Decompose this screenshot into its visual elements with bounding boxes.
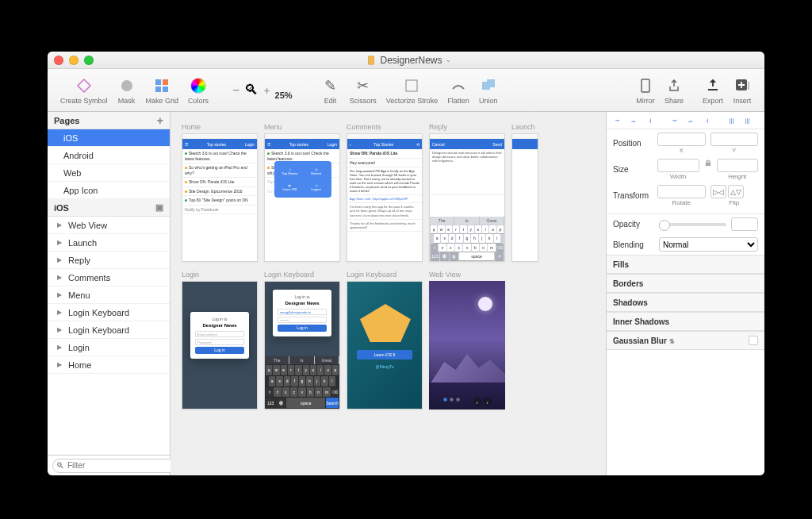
height-input[interactable] [717, 159, 759, 172]
gaussian-blur-section[interactable]: Gaussian Blur ⇅ [607, 331, 764, 350]
artboard-launch[interactable]: Launch [511, 123, 538, 266]
layer-item[interactable]: ▶Home [48, 356, 170, 374]
artboard-webview[interactable]: Web View ‹ › [429, 271, 505, 413]
titlebar[interactable]: DesignerNews ⌄ [48, 52, 764, 69]
layer-item[interactable]: ▶Login [48, 339, 170, 356]
colors-button[interactable]: Colors [183, 75, 213, 106]
page-item-web[interactable]: Web [48, 164, 170, 182]
layer-item[interactable]: ▶Reply [48, 252, 170, 269]
mask-icon [117, 76, 136, 95]
artboard-login[interactable]: Login Log in to Designer News Email addr… [182, 271, 258, 413]
mirror-button[interactable]: Mirror [631, 75, 660, 106]
layer-item[interactable]: ▶Login Keyboard [48, 321, 170, 339]
app-window: DesignerNews ⌄ Create Symbol Mask Make G… [48, 52, 764, 475]
zoom-level[interactable]: 25% [275, 90, 293, 100]
svg-rect-0 [369, 56, 374, 64]
page-indicator: ‹ › [429, 398, 505, 406]
chevron-right-icon: ▶ [57, 274, 65, 281]
svg-rect-3 [163, 79, 168, 85]
artboard-login-keyboard[interactable]: Login Keyboard Log in to Designer News m… [264, 271, 340, 413]
width-input[interactable] [657, 159, 699, 172]
zoom-control[interactable]: − 🔍︎ + [232, 82, 270, 98]
pages-header: Pages + [48, 112, 170, 129]
layer-item[interactable]: ▶Launch [48, 234, 170, 252]
gaussian-checkbox[interactable] [749, 336, 758, 345]
layer-item[interactable]: ▶Menu [48, 286, 170, 304]
align-bottom-icon[interactable]: ⫞ [700, 114, 713, 127]
zoom-in-icon[interactable]: + [263, 84, 270, 97]
window-title[interactable]: DesignerNews ⌄ [94, 55, 723, 66]
vectorize-icon [402, 76, 421, 95]
vectorize-button[interactable]: Vectorize Stroke [381, 75, 443, 106]
svg-rect-8 [487, 79, 495, 87]
minimize-window-icon[interactable] [69, 56, 79, 65]
chevron-right-icon: ▶ [57, 291, 65, 298]
opacity-input[interactable] [731, 217, 758, 231]
align-hcenter-icon[interactable]: ⫠ [627, 114, 640, 127]
rotate-input[interactable] [657, 185, 706, 198]
fills-section[interactable]: Fills [607, 255, 764, 274]
borders-section[interactable]: Borders [607, 274, 764, 293]
union-button[interactable]: Union [474, 75, 503, 106]
zoom-out-icon[interactable]: − [232, 83, 239, 98]
make-grid-button[interactable]: Make Grid [141, 75, 184, 106]
page-item-ios[interactable]: iOS [48, 129, 170, 147]
chevron-right-icon: ▶ [57, 326, 65, 333]
align-top-icon[interactable]: ⫟ [668, 114, 681, 127]
artboard-home[interactable]: Home ☰Top storiesLogin Sketch 3.6 is out… [182, 123, 258, 266]
distribute-v-icon[interactable]: ⫼ [741, 114, 754, 127]
layer-item[interactable]: ▶Web View [48, 217, 170, 234]
close-window-icon[interactable] [54, 56, 63, 65]
artboard-menu[interactable]: Menu ☰Top storiesLogin Sketch 3.6 is out… [264, 123, 340, 266]
chevron-right-icon: ▶ [57, 221, 65, 229]
blending-select[interactable]: Normal [659, 237, 758, 252]
filter-bar: 🔍︎ ⧉✎123 [48, 455, 170, 475]
edit-button[interactable]: ✎Edit [316, 75, 345, 106]
inner-shadows-section[interactable]: Inner Shadows [607, 312, 764, 331]
chevron-right-icon: ▶ [57, 239, 65, 246]
opacity-slider[interactable] [659, 223, 726, 226]
inspector-panel: ⫟ ⫠ ⫞ ⫟ ⫠ ⫞ ⫼ ⫼ Position X Y Size [606, 112, 764, 475]
share-button[interactable]: Share [660, 75, 688, 106]
page-item-appicon[interactable]: App Icon [48, 182, 170, 199]
artboard-comments[interactable]: Comments ‹Top Stories⟲ Show DN: Panda iO… [347, 123, 423, 266]
canvas[interactable]: Home ☰Top storiesLogin Sketch 3.6 is out… [170, 112, 606, 475]
page-item-android[interactable]: Android [48, 147, 170, 164]
distribute-h-icon[interactable]: ⫼ [726, 114, 738, 127]
align-right-icon[interactable]: ⫞ [643, 114, 656, 127]
artboard-login-keyboard-2[interactable]: Login Keyboard Learn iOS 9 @MengTo [347, 271, 423, 413]
insert-button[interactable]: Insert [728, 75, 756, 106]
chevron-right-icon: ▶ [57, 256, 65, 263]
layer-item[interactable]: ▶Comments [48, 269, 170, 286]
artboard-reply[interactable]: Reply CancelSend Designers should code b… [429, 123, 505, 266]
export-icon [703, 76, 722, 95]
shadows-section[interactable]: Shadows [607, 293, 764, 312]
filter-input[interactable] [52, 459, 182, 473]
share-icon [665, 76, 684, 95]
union-icon [479, 76, 498, 95]
flatten-button[interactable]: Flatten [442, 75, 474, 106]
flip-v-icon[interactable]: △▽ [728, 185, 744, 198]
mask-button[interactable]: Mask [113, 75, 141, 106]
alignment-buttons: ⫟ ⫠ ⫞ ⫟ ⫠ ⫞ ⫼ ⫼ [607, 112, 764, 129]
fullscreen-window-icon[interactable] [84, 56, 94, 65]
moon-icon [478, 297, 492, 311]
align-vcenter-icon[interactable]: ⫠ [684, 114, 697, 127]
position-y-input[interactable] [710, 133, 759, 146]
updown-icon[interactable]: ⇅ [669, 338, 675, 345]
flip-h-icon[interactable]: ▷◁ [710, 185, 726, 198]
align-left-icon[interactable]: ⫟ [611, 114, 624, 127]
layer-item[interactable]: ▶Login Keyboard [48, 304, 170, 321]
export-button[interactable]: Export [698, 75, 728, 106]
position-x-input[interactable] [657, 133, 706, 146]
chevron-down-icon: ⌄ [446, 56, 451, 63]
scissors-button[interactable]: ✂︎Scissors [345, 75, 381, 106]
lock-icon[interactable]: 🔒︎ [704, 159, 712, 180]
magnifier-icon[interactable]: 🔍︎ [244, 82, 259, 98]
svg-rect-5 [163, 86, 168, 92]
toolbar: Create Symbol Mask Make Grid Colors − 🔍︎… [48, 69, 764, 112]
svg-rect-2 [155, 79, 161, 85]
create-symbol-button[interactable]: Create Symbol [56, 75, 113, 106]
add-page-icon[interactable]: + [157, 114, 163, 127]
svg-rect-6 [406, 80, 417, 91]
